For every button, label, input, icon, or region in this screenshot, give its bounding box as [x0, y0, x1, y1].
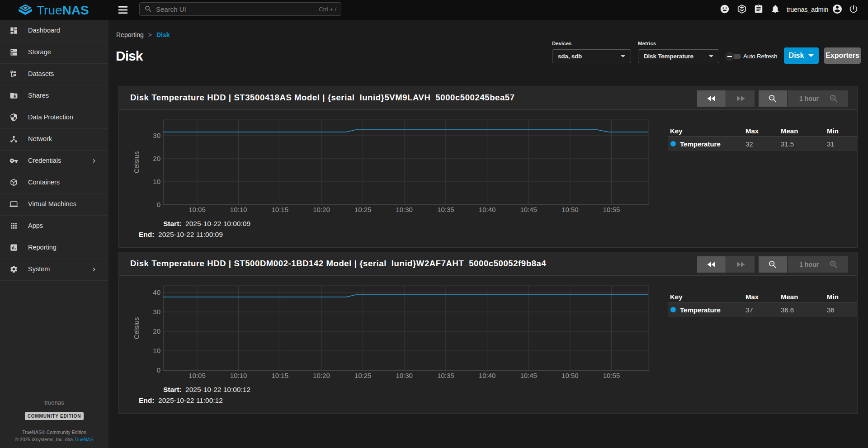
svg-text:Celsius: Celsius [132, 151, 140, 173]
svg-text:Celsius: Celsius [132, 317, 140, 339]
svg-text:10:25: 10:25 [354, 372, 372, 379]
svg-text:10:55: 10:55 [603, 372, 620, 379]
svg-text:0: 0 [157, 201, 160, 208]
svg-text:0: 0 [157, 366, 160, 374]
svg-text:10:25: 10:25 [354, 206, 372, 213]
svg-text:10:10: 10:10 [230, 206, 247, 213]
svg-text:10:45: 10:45 [520, 206, 537, 213]
svg-text:30: 30 [153, 132, 160, 139]
svg-text:10:50: 10:50 [561, 206, 579, 213]
svg-text:10:40: 10:40 [479, 372, 496, 379]
svg-text:10:10: 10:10 [230, 372, 247, 379]
svg-text:10:40: 10:40 [479, 206, 496, 213]
svg-text:10:20: 10:20 [313, 372, 330, 379]
svg-text:30: 30 [153, 308, 160, 316]
svg-text:40: 40 [153, 288, 160, 296]
svg-text:10:20: 10:20 [313, 206, 330, 213]
svg-text:10:15: 10:15 [272, 372, 289, 379]
svg-text:10:35: 10:35 [437, 206, 454, 213]
svg-text:20: 20 [153, 155, 160, 162]
svg-text:10:15: 10:15 [272, 206, 289, 213]
svg-text:10: 10 [153, 347, 160, 354]
svg-text:10:05: 10:05 [189, 372, 206, 379]
svg-text:10:05: 10:05 [189, 206, 206, 213]
svg-text:20: 20 [153, 327, 160, 335]
svg-text:10:35: 10:35 [437, 372, 454, 379]
svg-text:10:55: 10:55 [603, 206, 620, 213]
svg-text:10: 10 [153, 178, 160, 185]
svg-text:10:50: 10:50 [561, 372, 579, 379]
svg-text:10:30: 10:30 [396, 206, 413, 213]
svg-text:10:30: 10:30 [396, 372, 413, 379]
svg-text:10:45: 10:45 [520, 372, 537, 379]
